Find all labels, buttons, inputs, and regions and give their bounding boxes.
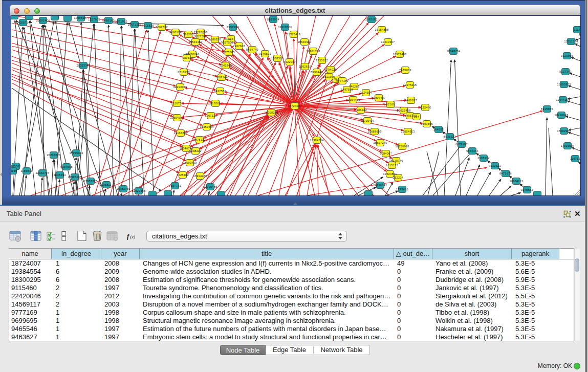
svg-text:8660124: 8660124: [169, 31, 182, 34]
svg-text:15720407: 15720407: [360, 119, 374, 122]
svg-text:546: 546: [228, 37, 233, 40]
svg-text:7485063: 7485063: [399, 69, 411, 72]
svg-text:6879197: 6879197: [455, 143, 468, 146]
svg-text:2803144: 2803144: [215, 76, 228, 79]
svg-text:6794028: 6794028: [324, 68, 337, 71]
svg-text:10543362: 10543362: [188, 40, 202, 43]
svg-text:16961758: 16961758: [306, 50, 320, 53]
svg-text:20091406: 20091406: [36, 19, 50, 22]
svg-text:9115460: 9115460: [419, 106, 431, 109]
svg-text:19166827: 19166827: [173, 132, 187, 135]
svg-text:2935114: 2935114: [477, 157, 489, 160]
svg-text:16353594: 16353594: [200, 125, 213, 128]
svg-text:1145194: 1145194: [54, 173, 66, 177]
svg-text:1071915: 1071915: [115, 20, 127, 23]
svg-text:16120746: 16120746: [389, 159, 403, 162]
svg-text:12093873: 12093873: [557, 83, 571, 86]
svg-text:9699695: 9699695: [421, 122, 433, 125]
svg-text:12942737: 12942737: [35, 171, 49, 174]
svg-text:252214: 252214: [393, 176, 403, 179]
svg-text:13716485: 13716485: [203, 185, 217, 188]
svg-text:1117: 1117: [574, 28, 580, 31]
svg-text:1610755: 1610755: [171, 102, 183, 105]
svg-text:19384554: 19384554: [310, 139, 323, 142]
svg-text:10688609: 10688609: [367, 130, 381, 133]
svg-text:7986322: 7986322: [355, 108, 367, 112]
svg-text:17359924: 17359924: [69, 151, 83, 155]
svg-text:15751074: 15751074: [564, 40, 578, 43]
svg-text:9327505: 9327505: [194, 35, 207, 38]
svg-text:12505135: 12505135: [68, 176, 81, 179]
svg-text:39159: 39159: [11, 169, 17, 172]
svg-text:12213369: 12213369: [173, 85, 187, 89]
svg-text:7955812: 7955812: [316, 59, 328, 62]
svg-text:16154808: 16154808: [375, 28, 388, 31]
svg-text:9329966: 9329966: [561, 54, 573, 57]
svg-text:1733426: 1733426: [396, 188, 408, 191]
svg-text:8813054: 8813054: [267, 18, 279, 21]
svg-text:16210643: 16210643: [554, 114, 568, 117]
svg-text:391295: 391295: [183, 33, 193, 36]
svg-text:1362615: 1362615: [299, 65, 311, 68]
svg-text:2967608: 2967608: [233, 45, 245, 48]
svg-text:2718170: 2718170: [178, 71, 190, 74]
svg-text:1527602: 1527602: [88, 18, 100, 21]
svg-text:12444154: 12444154: [556, 98, 570, 101]
svg-text:(x): (x): [130, 234, 135, 239]
svg-text:18640910: 18640910: [297, 40, 311, 43]
svg-text:9463627: 9463627: [405, 99, 417, 102]
svg-text:18607249: 18607249: [373, 141, 387, 144]
svg-text:8215955: 8215955: [541, 107, 553, 111]
svg-text:22420046: 22420046: [185, 53, 199, 56]
svg-text:20364436: 20364436: [346, 98, 360, 101]
svg-text:8471676: 8471676: [499, 172, 512, 175]
svg-text:17957225: 17957225: [83, 180, 97, 183]
svg-text:116753: 116753: [570, 157, 580, 160]
svg-text:12213967: 12213967: [381, 40, 395, 43]
svg-text:6466160: 6466160: [102, 19, 115, 22]
svg-text:10958117: 10958117: [100, 183, 114, 186]
svg-text:9474444: 9474444: [466, 149, 478, 152]
svg-text:7632621: 7632621: [489, 164, 501, 167]
svg-text:19218506: 19218506: [278, 26, 292, 29]
svg-text:917006: 917006: [210, 102, 221, 105]
svg-text:16914479: 16914479: [193, 174, 207, 178]
svg-text:17016504: 17016504: [560, 144, 574, 147]
svg-text:13524851: 13524851: [383, 172, 397, 176]
svg-text:1588520: 1588520: [271, 57, 284, 60]
svg-text:164095: 164095: [433, 128, 444, 131]
svg-text:3875685: 3875685: [223, 51, 235, 54]
svg-text:5498222: 5498222: [189, 149, 202, 152]
svg-text:1156819: 1156819: [20, 169, 32, 172]
svg-text:18300295: 18300295: [264, 111, 278, 114]
svg-text:18724007: 18724007: [288, 104, 301, 107]
svg-text:16671355: 16671355: [127, 23, 141, 26]
svg-text:10654112: 10654112: [510, 180, 524, 183]
svg-text:8186328: 8186328: [209, 38, 221, 41]
svg-text:5878332: 5878332: [193, 138, 206, 141]
svg-text:8427552: 8427552: [214, 90, 226, 93]
svg-text:12923468: 12923468: [132, 189, 145, 192]
svg-text:10025438: 10025438: [397, 109, 410, 112]
svg-text:62160: 62160: [386, 103, 395, 106]
svg-text:8938923: 8938923: [444, 135, 456, 138]
svg-text:9777169: 9777169: [336, 79, 349, 82]
svg-text:7625402: 7625402: [177, 173, 189, 177]
svg-text:7515526: 7515526: [142, 24, 154, 27]
svg-text:14055714: 14055714: [16, 21, 30, 24]
svg-text:16099459: 16099459: [183, 161, 197, 164]
svg-text:9245652: 9245652: [521, 188, 533, 191]
svg-text:9084067: 9084067: [380, 152, 392, 155]
svg-text:19654925: 19654925: [170, 116, 184, 119]
svg-text:10655287: 10655287: [74, 16, 88, 19]
svg-text:10807487: 10807487: [372, 96, 385, 99]
svg-text:6497568: 6497568: [341, 88, 353, 91]
svg-text:98961: 98961: [183, 56, 191, 59]
svg-text:11325419: 11325419: [287, 33, 301, 36]
svg-text:1621072: 1621072: [323, 75, 335, 78]
svg-text:2087682: 2087682: [365, 18, 378, 21]
svg-text:13226058: 13226058: [193, 31, 207, 34]
svg-text:10973493: 10973493: [393, 53, 406, 56]
svg-text:9227343: 9227343: [559, 70, 572, 73]
svg-text:19654923: 19654923: [401, 130, 415, 133]
